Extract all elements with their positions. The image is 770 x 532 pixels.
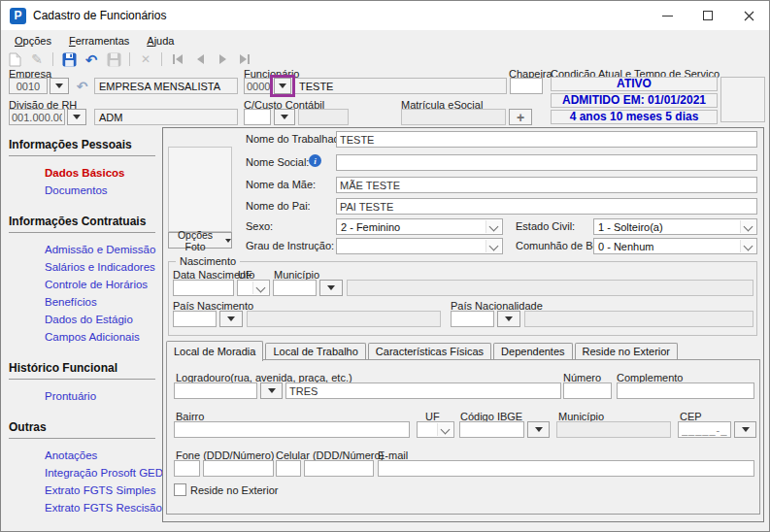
- nome-trabalhador-input[interactable]: [336, 131, 757, 148]
- empresa-code-input[interactable]: [9, 78, 48, 94]
- sidebar-item-controle-horarios[interactable]: Controle de Horários: [1, 277, 162, 294]
- ccusto-input[interactable]: [244, 109, 271, 125]
- reside-exterior-checkbox[interactable]: [174, 483, 186, 496]
- tab-caracteristicas-fisicas[interactable]: Características Físicas: [368, 343, 491, 360]
- nome-social-input[interactable]: [336, 154, 757, 171]
- fone-ddd-input[interactable]: [174, 460, 200, 477]
- codigo-ibge-input[interactable]: [459, 421, 524, 438]
- fone-numero-input[interactable]: [203, 460, 274, 477]
- pais-nascimento-input[interactable]: [173, 311, 217, 327]
- menu-opcoes[interactable]: Opções: [6, 32, 60, 50]
- logradouro-input[interactable]: [285, 382, 561, 399]
- nome-mae-input[interactable]: [336, 177, 757, 193]
- info-icon[interactable]: i: [309, 154, 321, 167]
- codigo-ibge-dropdown-button[interactable]: [527, 421, 550, 438]
- cep-dropdown-button[interactable]: [734, 421, 756, 438]
- funcionario-dropdown-button[interactable]: [274, 78, 291, 94]
- tab-local-de-trabalho[interactable]: Local de Trabalho: [265, 343, 365, 360]
- chevron-down-icon[interactable]: [740, 220, 755, 233]
- chevron-down-icon[interactable]: [740, 240, 755, 252]
- empresa-undo-icon[interactable]: ↶: [72, 78, 92, 94]
- uf-nascimento-select[interactable]: [237, 280, 270, 296]
- sidebar-item-dados-basicos[interactable]: Dados Básicos: [1, 165, 162, 183]
- municipio-nascimento-input[interactable]: [273, 280, 317, 296]
- pais-nascimento-dropdown-button[interactable]: [219, 311, 243, 327]
- edit-record-icon[interactable]: ✎: [28, 51, 46, 68]
- sidebar-item-extrato-fgts-simples[interactable]: Extrato FGTS Simples: [1, 482, 162, 500]
- chevron-down-icon[interactable]: [437, 423, 452, 436]
- close-icon: [744, 11, 754, 21]
- pais-nacionalidade-input[interactable]: [451, 311, 494, 327]
- opcoes-foto-button[interactable]: Opções Foto: [168, 232, 232, 249]
- celular-ddd-input[interactable]: [276, 460, 301, 477]
- maximize-button[interactable]: [687, 1, 728, 30]
- toolbar-separator: [129, 52, 130, 66]
- sidebar-item-documentos[interactable]: Documentos: [1, 183, 162, 200]
- complemento-input[interactable]: [617, 382, 754, 399]
- minimize-icon: [662, 16, 673, 17]
- nome-pai-label: Nome do Pai:: [246, 200, 311, 212]
- menu-ferramentas[interactable]: Ferramentas: [60, 32, 138, 50]
- empresa-dropdown-button[interactable]: [50, 78, 69, 94]
- undo-icon[interactable]: ↶: [83, 51, 100, 68]
- divisao-code-input[interactable]: [9, 109, 65, 125]
- menu-bar: Opções Ferramentas Ajuda: [1, 30, 769, 50]
- sidebar-item-salarios-indicadores[interactable]: Salários e Indicadores: [1, 259, 162, 277]
- chevron-down-icon[interactable]: [485, 240, 501, 252]
- nav-last-icon[interactable]: [236, 51, 253, 68]
- comunhao-bens-select[interactable]: 0 - Nenhum: [593, 238, 757, 254]
- reside-exterior-label: Reside no Exterior: [190, 484, 279, 496]
- chapeira-input[interactable]: [510, 78, 543, 94]
- tab-strip: Local de Moradia Local de Trabalho Carac…: [166, 342, 680, 360]
- save-record-icon[interactable]: [60, 51, 78, 68]
- sexo-select[interactable]: 2 - Feminino: [336, 218, 503, 235]
- nav-prev-icon[interactable]: [191, 51, 209, 68]
- numero-input[interactable]: [563, 382, 612, 399]
- save-report-icon[interactable]: [105, 51, 122, 68]
- toolbar: ✎ ↶ ✕: [1, 50, 769, 68]
- sidebar-item-extrato-fgts-rescisao[interactable]: Extrato FGTS Rescisão: [1, 500, 162, 517]
- nav-next-icon[interactable]: [214, 51, 231, 68]
- divisao-dropdown-button[interactable]: [67, 109, 86, 125]
- sidebar-item-admissao-demissao[interactable]: Admissão e Demissão: [1, 242, 162, 259]
- new-record-icon[interactable]: [6, 51, 23, 68]
- matricula-add-button[interactable]: +: [509, 109, 532, 125]
- nascimento-legend: Nascimento: [176, 255, 240, 267]
- sidebar-item-integracao-prosoft-ged[interactable]: Integração Prosoft GED: [1, 465, 162, 482]
- chevron-down-icon[interactable]: [485, 220, 501, 233]
- sidebar-item-campos-adicionais[interactable]: Campos Adicionais: [1, 329, 162, 347]
- logradouro-dropdown-button[interactable]: [260, 382, 283, 399]
- bairro-input[interactable]: [174, 421, 410, 438]
- menu-ajuda[interactable]: Ajuda: [138, 32, 183, 50]
- tab-local-de-moradia[interactable]: Local de Moradia: [166, 341, 263, 361]
- estado-civil-select[interactable]: 1 - Solteiro(a): [593, 218, 757, 235]
- uf-moradia-select[interactable]: [417, 421, 454, 438]
- sidebar-item-anotacoes[interactable]: Anotações: [1, 448, 162, 465]
- celular-numero-input[interactable]: [304, 460, 374, 477]
- funcionario-code-input[interactable]: [244, 78, 273, 94]
- grau-instrucao-label: Grau de Instrução:: [246, 240, 334, 251]
- nav-first-icon[interactable]: [169, 51, 186, 68]
- sidebar-item-dados-estagio[interactable]: Dados do Estágio: [1, 312, 162, 329]
- municipio-nascimento-dropdown-button[interactable]: [319, 280, 343, 296]
- ccusto-dropdown-button[interactable]: [274, 109, 295, 125]
- tab-dependentes[interactable]: Dependentes: [493, 343, 572, 360]
- tab-reside-no-exterior[interactable]: Reside no Exterior: [575, 343, 679, 360]
- grau-instrucao-select[interactable]: [336, 238, 503, 254]
- email-input[interactable]: [378, 460, 754, 477]
- condicao-admissao-field: ADMITIDO EM: 01/01/2021: [551, 93, 718, 108]
- pais-nacionalidade-dropdown-button[interactable]: [497, 311, 520, 327]
- menu-ferramentas-accel: F: [69, 35, 76, 47]
- sidebar-item-prontuario[interactable]: Prontuário: [1, 388, 162, 406]
- sidebar: Informações Pessoais Dados Básicos Docum…: [1, 127, 162, 532]
- logradouro-tipo-input[interactable]: [174, 382, 257, 399]
- sidebar-item-beneficios[interactable]: Benefícios: [1, 294, 162, 312]
- minimize-button[interactable]: [647, 1, 687, 30]
- nome-pai-input[interactable]: [336, 198, 757, 215]
- cep-input[interactable]: [678, 421, 731, 438]
- data-nascimento-input[interactable]: [173, 280, 234, 296]
- delete-record-icon[interactable]: ✕: [137, 51, 154, 68]
- chevron-down-icon[interactable]: [252, 282, 268, 294]
- close-button[interactable]: [728, 1, 769, 30]
- nav-prev-arrow: [197, 54, 204, 64]
